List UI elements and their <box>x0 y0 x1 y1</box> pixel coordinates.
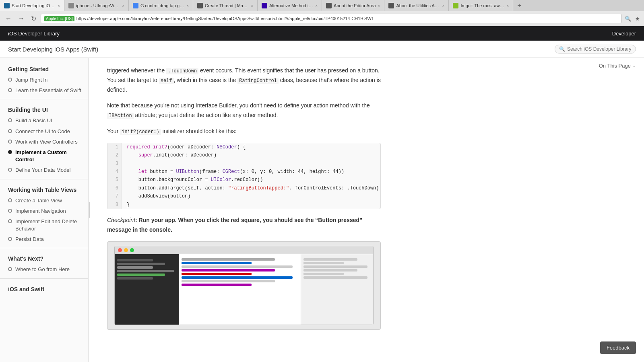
line-code-7: addSubview(button) <box>122 192 195 200</box>
search-input[interactable] <box>567 46 632 52</box>
url-text: https://developer.apple.com/library/ios/… <box>76 16 618 21</box>
code-line-8: 8 } <box>107 201 380 209</box>
sidebar-item-connect-ui[interactable]: Connect the UI to Code <box>0 126 88 137</box>
nav-bar: ← → ↻ Apple Inc. [US] https://developer.… <box>0 11 644 26</box>
search-bar[interactable]: 🔍 <box>555 45 636 53</box>
code-self: self <box>159 78 174 84</box>
feedback-button[interactable]: Feedback <box>600 341 636 354</box>
sidebar-label-learn-essentials: Learn the Essentials of Swift <box>15 87 81 94</box>
sidebar-label-implement-navigation: Implement Navigation <box>15 208 66 215</box>
dot-create-table-view <box>8 198 12 202</box>
sidebar-section-getting-started: Getting Started <box>0 62 88 75</box>
line-code-3 <box>122 160 134 168</box>
tab-close-about-utilities[interactable]: × <box>442 4 445 8</box>
sidebar: Getting Started Jump Right In Learn the … <box>0 58 89 362</box>
screenshot-placeholder <box>107 241 381 330</box>
dot-jump-right-in <box>8 78 12 82</box>
sidebar-item-where-to-go[interactable]: Where to Go from Here <box>0 264 88 275</box>
dot-connect-ui <box>8 129 12 133</box>
traffic-light-green <box>130 248 134 252</box>
dev-header: iOS Developer Library Developer <box>0 26 644 41</box>
tab-label-ios: Start Developing iOS A... <box>12 3 56 8</box>
tab-close-google[interactable]: × <box>186 4 189 8</box>
sidebar-label-jump-right-in: Jump Right In <box>15 76 47 84</box>
dot-persist-data <box>8 237 12 241</box>
code-ibaction: IBAction <box>107 113 134 119</box>
dot-custom-control <box>8 150 12 154</box>
tab-mac[interactable]: Create Thread | MacRu... × <box>193 0 258 11</box>
tab-favicon-ios <box>4 3 10 8</box>
chevron-down-icon: ⌄ <box>633 64 636 68</box>
sidebar-item-persist-data[interactable]: Persist Data <box>0 234 88 245</box>
sidebar-item-view-controllers[interactable]: Work with View Controllers <box>0 137 88 147</box>
sidebar-item-edit-delete[interactable]: Implement Edit and Delete Behavior <box>0 216 88 234</box>
line-num-2: 2 <box>107 151 122 159</box>
sidebar-item-learn-essentials[interactable]: Learn the Essentials of Swift <box>0 85 88 96</box>
tab-close-iphone[interactable]: × <box>122 4 124 8</box>
sidebar-label-connect-ui: Connect the UI to Code <box>15 128 70 135</box>
tab-alt[interactable]: Alternative Method to... × <box>258 0 322 11</box>
page-title: Start Developing iOS Apps (Swift) <box>8 46 555 53</box>
screen-toolbar <box>115 246 373 254</box>
line-num-6: 6 <box>107 184 122 192</box>
code-line-4: 4 let button = UIButton(frame: CGRect(x:… <box>107 168 380 176</box>
tab-ios[interactable]: Start Developing iOS A... × <box>0 0 64 11</box>
checkpoint-para: Checkpoint: Run your app. When you click… <box>107 216 381 235</box>
tab-label-google: G control drag tap gest... <box>140 3 184 8</box>
code-line-6: 6 button.addTarget(self, action: "rating… <box>107 184 380 192</box>
sidebar-label-where-to-go: Where to Go from Here <box>15 266 70 273</box>
tab-favicon-iphone <box>68 3 74 8</box>
tab-iphone[interactable]: iphone - UIImageView... × <box>64 0 129 11</box>
star-icon-btn[interactable]: ★ <box>634 15 641 23</box>
checkpoint-text: : Run your app. When you click the red s… <box>107 217 362 233</box>
sidebar-label-build-basic-ui: Build a Basic UI <box>15 117 52 124</box>
sidebar-item-data-model[interactable]: Define Your Data Model <box>0 165 88 175</box>
tab-google[interactable]: G control drag tap gest... × <box>129 0 193 11</box>
tab-label-about-utilities: About the Utilities Are... <box>396 3 440 8</box>
sidebar-item-build-basic-ui[interactable]: Build a Basic UI <box>0 115 88 126</box>
traffic-light-red <box>118 248 122 252</box>
tab-label-mac: Create Thread | MacRu... <box>205 3 249 8</box>
search-icon-btn[interactable]: 🔍 <box>624 15 632 23</box>
sidebar-item-implement-navigation[interactable]: Implement Navigation <box>0 206 88 216</box>
tab-favicon-mac <box>197 3 203 8</box>
sidebar-label-data-model: Define Your Data Model <box>15 167 70 174</box>
tab-close-imgur[interactable]: × <box>507 4 509 8</box>
reload-button[interactable]: ↻ <box>29 14 38 23</box>
tab-favicon-imgur <box>453 3 458 8</box>
code-line-1: 1 required init?(coder aDecoder: NSCoder… <box>107 143 380 151</box>
dot-where-to-go <box>8 267 12 271</box>
screen-body <box>115 254 373 324</box>
forward-button[interactable]: → <box>16 14 27 23</box>
sidebar-section-building-ui: Building the UI <box>0 103 88 115</box>
tab-close-ios[interactable]: × <box>58 4 60 8</box>
sidebar-item-create-table-view[interactable]: Create a Table View <box>0 195 88 206</box>
line-num-4: 4 <box>107 168 122 176</box>
tab-close-about-editor[interactable]: × <box>378 4 380 8</box>
sidebar-label-edit-delete: Implement Edit and Delete Behavior <box>15 218 83 232</box>
back-button[interactable]: ← <box>3 14 14 23</box>
dot-learn-essentials <box>8 88 12 92</box>
tab-label-alt: Alternative Method to... <box>269 3 313 8</box>
sidebar-divider-3 <box>0 248 88 248</box>
sidebar-item-custom-control[interactable]: Implement a Custom Control <box>0 147 88 165</box>
tab-close-mac[interactable]: × <box>251 4 253 8</box>
tab-about-utilities[interactable]: About the Utilities Are... × <box>384 0 449 11</box>
on-this-page[interactable]: On This Page ⌄ <box>599 63 636 69</box>
sidebar-item-jump-right-in[interactable]: Jump Right In <box>0 75 88 85</box>
dot-edit-delete <box>8 219 12 223</box>
line-num-7: 7 <box>107 192 122 200</box>
tab-close-alt[interactable]: × <box>315 4 318 8</box>
line-code-6: button.addTarget(self, action: "ratingBu… <box>122 184 381 192</box>
new-tab-button[interactable]: + <box>513 0 525 11</box>
tab-imgur[interactable]: Imgur: The most awes... × <box>449 0 513 11</box>
dot-data-model <box>8 168 12 172</box>
code-ratingcontrol: RatingControl <box>237 78 279 84</box>
tab-favicon-google <box>133 3 138 8</box>
browser-chrome: Start Developing iOS A... × iphone - UII… <box>0 0 644 26</box>
tab-about-editor[interactable]: About the Editor Area × <box>322 0 384 11</box>
address-bar[interactable]: Apple Inc. [US] https://developer.apple.… <box>41 14 621 23</box>
dev-header-logo-text: Developer <box>612 31 636 37</box>
tab-favicon-alt <box>262 3 267 8</box>
line-num-5: 5 <box>107 176 122 184</box>
